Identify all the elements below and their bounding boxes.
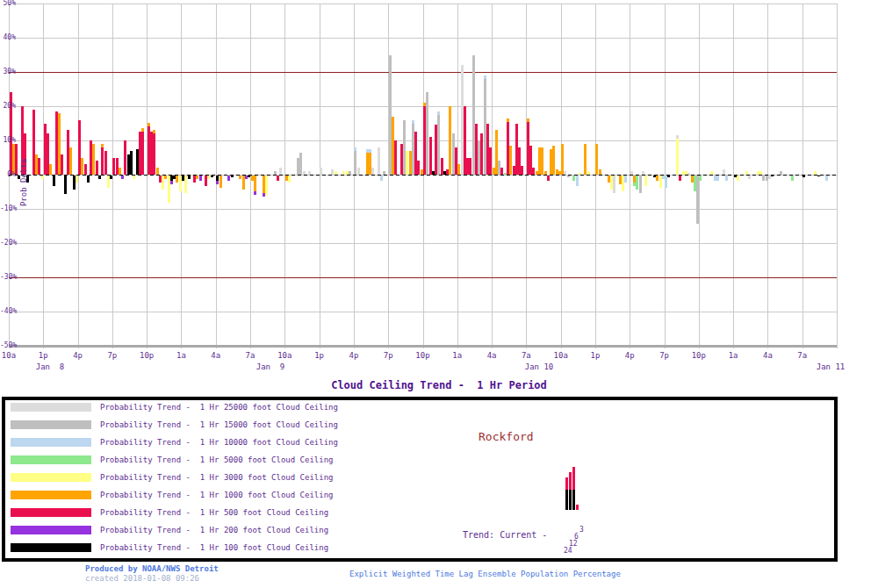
mini-bar-crimson: [572, 467, 575, 490]
data-bar-200ft: [121, 176, 124, 179]
data-bar-500ft: [429, 137, 432, 175]
data-bar-3000ft: [265, 176, 268, 196]
legend-label: Probability Trend - 1 Hr 25000 foot Clou…: [100, 403, 338, 412]
data-bar-1000ft: [49, 164, 52, 175]
v-gridline: [526, 4, 527, 348]
x-tick-label: 10p: [140, 351, 154, 360]
data-bar-500ft: [141, 132, 144, 175]
legend-swatch-1000ft: [11, 491, 91, 499]
data-bar-10000ft: [825, 176, 828, 181]
mini-bar-crimson: [576, 505, 579, 510]
y-tick-label: -50%: [0, 342, 16, 349]
x-tick-label: 7a: [246, 351, 255, 360]
data-bar-25000ft: [303, 171, 306, 175]
x-tick-label: 10a: [2, 351, 16, 360]
data-bar-200ft: [199, 176, 202, 181]
data-bar-15000ft: [274, 171, 277, 175]
data-bar-100ft: [87, 176, 90, 183]
v-gridline: [457, 4, 458, 348]
data-bar-3000ft: [676, 139, 679, 175]
x-tick-label: 10a: [277, 351, 291, 360]
data-bar-100ft: [667, 176, 670, 177]
data-bar-500ft: [84, 164, 87, 175]
v-gridline: [320, 4, 320, 348]
y-axis-title: Prob Delta: [19, 159, 28, 206]
data-bar-cap-1000ft: [507, 118, 509, 122]
x-tick-label: 1p: [591, 351, 601, 360]
data-bar-500ft: [521, 166, 523, 175]
data-bar-1000ft: [156, 168, 159, 175]
data-bar-10000ft: [576, 176, 579, 186]
v-gridline: [561, 4, 562, 348]
date-label: Jan 8: [36, 362, 65, 371]
data-bar-15000ft: [349, 171, 351, 175]
data-bar-3000ft: [710, 171, 713, 175]
data-bar-1000ft: [599, 169, 601, 175]
legend-label: Probability Trend - 1 Hr 500 foot Cloud …: [100, 508, 328, 518]
data-bar-15000ft: [696, 176, 699, 224]
y-tick-label: -10%: [0, 205, 16, 212]
legend-row: Probability Trend - 1 Hr 25000 foot Clou…: [5, 403, 795, 413]
mini-bar-crimson: [565, 477, 568, 490]
data-bar-cap-10000ft: [437, 111, 440, 115]
v-gridline: [354, 4, 355, 348]
data-bar-3000ft: [133, 176, 135, 179]
legend-label: Probability Trend - 1 Hr 3000 foot Cloud…: [100, 473, 334, 483]
data-bar-cap-1000ft: [423, 103, 426, 106]
data-bar-25000ft: [687, 173, 690, 175]
data-bar-3000ft: [76, 176, 78, 183]
legend-swatch-15000ft: [11, 420, 91, 429]
data-bar-100ft: [771, 176, 774, 176]
data-bar-cap-10000ft: [354, 147, 356, 151]
legend-label: Probability Trend - 1 Hr 200 foot Cloud …: [100, 526, 328, 535]
data-bar-3000ft: [759, 171, 762, 175]
y-tick-label: 30%: [0, 68, 16, 75]
date-label: Jan 11: [817, 362, 846, 371]
data-bar-cap-200ft: [216, 181, 219, 184]
y-tick-label: 0%: [0, 171, 16, 178]
data-bar-25000ft: [642, 171, 644, 175]
x-tick-label: 4p: [73, 351, 83, 360]
mini-bar-black: [569, 490, 572, 510]
x-tick-label: 1a: [729, 351, 738, 360]
data-bar-cap-10000ft: [369, 149, 371, 153]
legend-swatch-200ft: [11, 526, 91, 534]
y-tick-label: 10%: [0, 137, 16, 144]
date-label: Jan 10: [525, 362, 554, 371]
data-bar-3000ft: [587, 171, 590, 175]
data-bar-100ft: [188, 176, 191, 179]
legend-label: Probability Trend - 1 Hr 5000 foot Cloud…: [100, 455, 334, 465]
data-bar-100ft: [231, 176, 234, 177]
data-bar-25000ft: [371, 168, 374, 175]
x-tick-label: 4p: [349, 351, 358, 360]
chart-title: Cloud Ceiling Trend - 1 Hr Period: [0, 379, 878, 391]
data-bar-100ft: [64, 176, 67, 194]
x-tick-label: 1a: [176, 351, 186, 360]
data-bar-10000ft: [725, 176, 728, 181]
data-bar-10000ft: [665, 176, 667, 188]
data-bar-500ft: [104, 151, 107, 175]
date-label: Jan 9: [256, 362, 285, 371]
data-bar-25000ft: [630, 171, 633, 175]
footer-produced-by: Produced by NOAA/NWS Detroit: [85, 564, 219, 573]
legend-swatch-10000ft: [11, 438, 91, 447]
data-bar-25000ft: [357, 168, 360, 175]
mini-bar-crimson: [569, 472, 572, 490]
data-bar-10000ft: [380, 176, 383, 181]
data-bar-15000ft: [383, 171, 385, 175]
data-bar-100ft: [211, 176, 213, 177]
x-tick-label: 10p: [692, 351, 706, 360]
data-bar-500ft: [679, 176, 681, 181]
x-tick-label: 4a: [487, 351, 497, 360]
reference-line: [9, 277, 837, 278]
data-bar-15000ft: [567, 176, 570, 177]
data-bar-10000ft: [624, 176, 627, 183]
legend-label: Probability Trend - 1 Hr 10000 foot Clou…: [100, 438, 338, 448]
data-bar-500ft: [38, 158, 40, 176]
legend-row: Probability Trend - 1 Hr 100 foot Cloud …: [5, 543, 795, 554]
data-bar-cap-1000ft: [527, 118, 529, 122]
data-bar-cap-25000ft: [676, 135, 679, 139]
legend-label: Probability Trend - 1 Hr 100 foot Cloud …: [100, 543, 328, 553]
legend-label: Probability Trend - 1 Hr 1000 foot Cloud…: [100, 491, 334, 500]
station-name: Rockford: [479, 430, 534, 443]
